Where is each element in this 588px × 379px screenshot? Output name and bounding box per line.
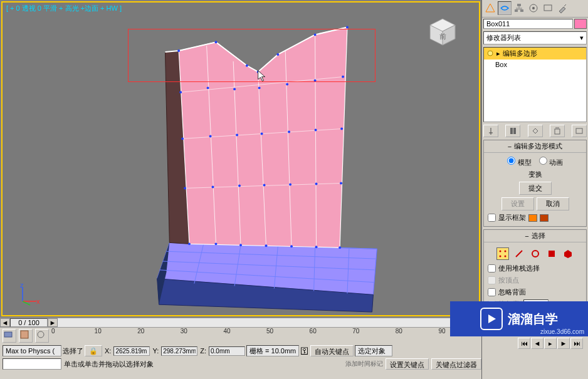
z-coord-input[interactable] <box>209 346 245 356</box>
cage-color-1[interactable] <box>528 214 537 222</box>
subobj-element-icon[interactable] <box>562 247 574 260</box>
watermark-play-icon <box>480 308 503 330</box>
play-button[interactable]: ▸ <box>544 338 557 349</box>
svg-point-77 <box>532 7 535 9</box>
remove-modifier-button[interactable] <box>550 125 565 137</box>
mode-anim-radio[interactable]: 动画 <box>539 157 563 167</box>
next-frame-button[interactable]: ► <box>557 338 570 349</box>
svg-point-46 <box>263 184 266 187</box>
svg-rect-72 <box>520 9 523 12</box>
svg-line-64 <box>23 301 30 305</box>
key-filter-button[interactable]: 关键点过滤器 <box>431 358 481 370</box>
modifier-stack[interactable]: ▸ 编辑多边形 Box <box>483 47 587 122</box>
svg-point-45 <box>238 185 241 187</box>
commit-button[interactable]: 提交 <box>519 182 552 195</box>
use-stack-sel-checkbox[interactable] <box>488 264 496 273</box>
svg-point-88 <box>504 256 506 257</box>
timeline-ruler[interactable]: 0 10 20 30 40 50 60 70 80 90 100 <box>51 328 481 344</box>
svg-point-36 <box>181 137 184 140</box>
svg-point-90 <box>532 251 538 257</box>
display-tab-icon[interactable] <box>541 1 555 15</box>
mode-model-radio[interactable]: 模型 <box>507 157 531 167</box>
svg-point-50 <box>188 242 191 245</box>
svg-rect-81 <box>513 128 516 134</box>
subobj-edge-icon[interactable] <box>513 247 525 260</box>
object-color-swatch[interactable] <box>574 19 587 29</box>
object-name-field[interactable]: Box011 <box>483 19 573 29</box>
lock-selection-button[interactable]: 🔒 <box>85 345 102 356</box>
ignore-back-checkbox[interactable] <box>488 288 496 296</box>
svg-point-53 <box>265 244 268 247</box>
script-mini-field[interactable] <box>3 358 61 370</box>
key-icon[interactable]: ⚿ <box>300 346 309 356</box>
svg-point-41 <box>315 129 317 132</box>
utilities-tab-icon[interactable] <box>555 1 569 15</box>
hierarchy-tab-icon[interactable] <box>512 1 526 15</box>
make-unique-button[interactable] <box>528 125 543 137</box>
svg-text:z: z <box>20 281 24 289</box>
key-target-dropdown[interactable]: 选定对象 <box>355 345 392 356</box>
expand-icon[interactable]: ▸ <box>496 49 500 58</box>
svg-rect-91 <box>549 251 555 257</box>
timeline-icon-3[interactable] <box>35 329 49 343</box>
autokey-button[interactable]: 自动关键点 <box>310 345 354 356</box>
stack-item-box[interactable]: Box <box>484 60 586 70</box>
goto-end-button[interactable]: ⏭ <box>570 338 583 349</box>
svg-point-30 <box>207 86 209 89</box>
prev-frame-button[interactable]: ◄ <box>531 338 543 349</box>
subobj-polygon-icon[interactable] <box>545 247 558 260</box>
create-tab-icon[interactable] <box>483 1 497 15</box>
svg-point-86 <box>504 251 506 252</box>
motion-tab-icon[interactable] <box>527 1 540 15</box>
show-cage-checkbox[interactable] <box>488 214 496 222</box>
configure-sets-button[interactable] <box>572 125 587 137</box>
x-coord-input[interactable] <box>113 346 150 356</box>
svg-point-51 <box>214 242 217 245</box>
svg-point-52 <box>239 244 242 246</box>
transform-label: 变换 <box>486 169 584 180</box>
rollout-header-selection[interactable]: −选择 <box>484 230 586 242</box>
svg-rect-67 <box>4 332 12 337</box>
svg-marker-92 <box>564 250 572 258</box>
scroll-left-button[interactable]: ◄ <box>0 318 10 327</box>
z-label: Z: <box>199 347 207 355</box>
timeline-icon-1[interactable] <box>3 329 16 343</box>
svg-point-33 <box>286 83 288 85</box>
watermark-overlay: 溜溜自学 zixue.3d66.com <box>450 301 588 336</box>
stack-item-edit-poly[interactable]: ▸ 编辑多边形 <box>484 48 586 60</box>
cage-color-2[interactable] <box>540 214 549 222</box>
watermark-text: 溜溜自学 <box>508 311 558 328</box>
timeline-scrollbar[interactable] <box>58 318 471 327</box>
svg-point-29 <box>179 91 182 93</box>
scroll-right-button[interactable]: ► <box>48 318 58 327</box>
y-coord-input[interactable] <box>161 346 197 356</box>
settings-button[interactable]: 设置 <box>501 197 534 210</box>
add-time-tag-label[interactable]: 添加时间标记 <box>345 360 383 368</box>
svg-point-37 <box>209 135 212 137</box>
cancel-button[interactable]: 取消 <box>537 197 569 210</box>
modifier-list-dropdown[interactable]: 修改器列表 ▾ <box>483 31 587 44</box>
svg-point-54 <box>290 245 293 247</box>
subobj-vertex-icon[interactable] <box>496 247 509 260</box>
show-end-result-button[interactable] <box>505 125 520 137</box>
timeline-icon-2[interactable] <box>19 329 33 343</box>
selection-count-label: 选择了 <box>63 346 83 356</box>
rollout-edit-poly-mode: −编辑多边形模式 模型 动画 变换 提交 设置 取消 显示框架 <box>483 140 587 227</box>
set-key-button[interactable]: 设置关键点 <box>386 358 429 370</box>
goto-start-button[interactable]: ⏮ <box>518 338 530 349</box>
rollout-header-edit-mode[interactable]: −编辑多边形模式 <box>484 140 586 153</box>
svg-point-48 <box>315 183 318 185</box>
subobj-border-icon[interactable] <box>529 247 542 260</box>
script-listener-field[interactable]: Max to Physcs ( <box>3 345 61 356</box>
axis-gizmo: z x <box>18 281 43 306</box>
viewcube[interactable]: 前 <box>425 15 460 50</box>
svg-rect-78 <box>544 5 552 11</box>
svg-point-85 <box>499 251 501 252</box>
svg-point-28 <box>346 26 349 29</box>
svg-point-55 <box>315 246 318 248</box>
status-hint: 单击或单击并拖动以选择对象 <box>64 360 154 369</box>
viewport-perspective[interactable]: [ + 0 透视 0 平滑 + 高光 +边面 + HW ] <box>1 1 480 316</box>
pin-stack-button[interactable] <box>483 125 498 137</box>
svg-rect-70 <box>517 4 521 6</box>
modify-tab-icon[interactable] <box>498 1 512 15</box>
